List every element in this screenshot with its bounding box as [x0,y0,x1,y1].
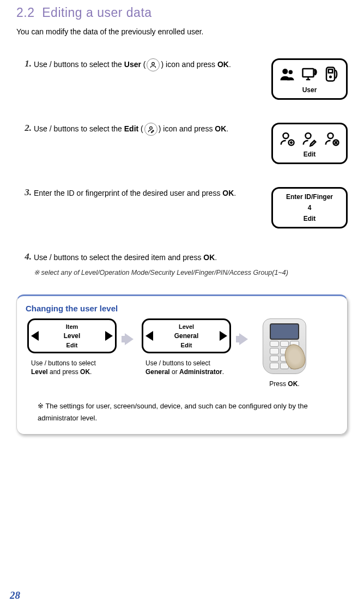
lcd-mid: 4 [276,204,343,212]
t: Use [34,253,50,262]
t: User [124,60,141,69]
t: OK [217,60,229,69]
lcd-mid: Level [39,332,105,340]
t: ( [138,124,143,133]
nav-right-icon [220,331,227,341]
t: ( [141,60,146,69]
lcd-title: Enter ID/Finger [276,193,343,201]
lcd-user: User [271,58,348,100]
t: OK [80,368,90,376]
t: ) icon and press [159,124,215,133]
t: Edit [124,124,138,133]
t: . [229,60,231,69]
lcd-bottom: Edit [31,342,113,348]
step-text: Enter the ID or fingerprint of the desir… [34,187,271,199]
t: ) icon and press [161,60,217,69]
step-number: 4. [16,251,34,262]
t: . [298,380,299,388]
step-note: ※ select any of Level/Operation Mode/Sec… [34,267,342,278]
t: . [222,368,224,376]
edit-icon [144,123,157,136]
screen-menu-icon [300,65,319,83]
t: buttons to select the [54,124,124,133]
lcd-bottom: Edit [276,215,343,222]
enroll-menu-icon [278,129,296,148]
t: OK [288,380,298,388]
t: . [215,253,217,262]
flow-step-3: Press OK. [254,318,314,388]
t: Administrator [179,368,222,376]
svg-rect-5 [328,69,332,73]
lcd-edit: Edit [271,123,348,164]
step-number: 1. [16,58,34,69]
t: . [90,368,92,376]
svg-point-2 [289,70,293,75]
t: Enter the ID or fingerprint of the desir… [34,189,222,197]
nav-right-icon [105,331,113,341]
flow-arrow-icon [236,318,251,360]
flow-arrow-icon [122,318,137,360]
svg-point-11 [327,133,333,139]
lcd-label: Edit [276,151,343,158]
tip-title: Changing the user level [26,304,338,313]
step-2: 2. Use / buttons to select the Edit ( ) … [16,123,348,164]
t: Use [34,124,50,133]
t: / [50,124,54,133]
intro-text: You can modify the data of the previousl… [16,27,348,37]
svg-point-6 [330,76,331,78]
t: / [50,60,54,69]
flow-step-1: Item Level Edit Use / buttons to select … [26,318,118,376]
t: OK [215,124,226,133]
t: or [170,368,179,376]
t: OK [203,253,215,262]
tip-panel: Changing the user level Item Level Edit … [16,294,348,435]
flow-caption: Press OK. [269,380,299,388]
t: OK [222,189,234,197]
svg-point-7 [149,127,152,130]
step-4: 4. Use / buttons to select the desired i… [16,251,348,278]
section-title: Editing a user data [42,5,151,20]
t: Use [34,60,50,69]
lcd-enter-id: Enter ID/Finger 4 Edit [271,187,348,228]
t: Press [269,380,288,388]
lcd-label: User [276,86,343,94]
tip-note: ※ The settings for user, screen/sound, d… [26,400,338,424]
flow-caption: Use / buttons to select General or Admin… [145,359,227,376]
user-menu-icon [278,65,296,83]
t: Level [31,368,48,376]
svg-point-1 [283,69,288,74]
device-illustration [263,318,306,374]
t: / [50,253,54,262]
delete-menu-icon [323,129,341,148]
svg-point-0 [152,63,155,65]
section-heading: 2.2 Editing a user data [16,5,348,20]
lcd-title: Level [145,323,227,330]
step-text: Use / buttons to select the User ( ) ico… [34,58,271,71]
user-icon [147,58,160,71]
t: . [226,124,228,133]
t: Use [31,359,45,367]
lcd-title: Item [31,323,113,330]
t: buttons to select the desired item and p… [54,253,204,262]
svg-point-10 [305,133,311,139]
t: and press [48,368,80,376]
nav-left-icon [145,331,153,341]
flow-step-2: Level General Edit Use / buttons to sele… [140,318,233,376]
step-text: Use / buttons to select the desired item… [34,251,348,278]
flow-caption: Use / buttons to select Level and press … [31,359,113,376]
step-3: 3. Enter the ID or fingerprint of the de… [16,187,348,228]
section-number: 2.2 [16,5,34,20]
nav-left-icon [31,331,39,341]
svg-rect-3 [302,69,313,77]
step-number: 2. [16,123,34,134]
page-number: 28 [10,589,20,601]
t: buttons to select the [54,60,124,69]
t: buttons to select [48,359,95,367]
t: buttons to select [162,359,210,367]
device-menu-icon [323,65,341,83]
svg-point-8 [283,133,289,139]
t: General [145,368,170,376]
step-1: 1. Use / buttons to select the User ( ) … [16,58,348,100]
t: Use [145,359,159,367]
lcd-mid: General [153,332,220,340]
